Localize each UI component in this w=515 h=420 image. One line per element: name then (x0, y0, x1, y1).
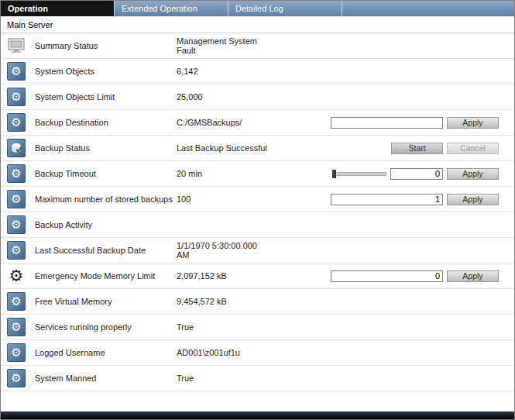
row-max-stored-backups: ⚙ Maximum number of stored backups 100 A… (1, 187, 514, 212)
row-label: System Objects Limit (35, 92, 177, 102)
row-label: Free Virtual Memory (35, 297, 177, 306)
row-label: Emergency Mode Memory Limit (35, 271, 177, 281)
row-value: 1/1/1970 5:30:00.000 AM (177, 241, 320, 260)
gear-icon: ⚙ (7, 369, 26, 387)
tab-detailed-log[interactable]: Detailed Log (228, 1, 342, 16)
max-stored-backups-input[interactable] (331, 194, 443, 205)
apply-max-stored-backups-button[interactable]: Apply (447, 194, 499, 205)
row-label: Backup Timeout (35, 169, 177, 178)
dark-gear-icon: ⚙ (7, 267, 26, 285)
gear-icon: ⚙ (7, 62, 26, 81)
gear-icon: ⚙ (7, 292, 26, 311)
tab-operation[interactable]: Operation (1, 1, 115, 16)
page-title: Main Server (1, 16, 514, 33)
row-last-successful-backup-date: ⚙ Last Successful Backup Date 1/1/1970 5… (1, 238, 514, 263)
row-label: Summary Status (35, 41, 177, 50)
row-value: 6,142 (177, 67, 320, 76)
apply-emergency-memory-limit-button[interactable]: Apply (447, 270, 499, 282)
tab-detailed-log-label: Detailed Log (235, 4, 283, 13)
row-label: System Manned (35, 374, 177, 383)
row-label: Backup Activity (35, 220, 177, 229)
row-value: 25,000 (177, 92, 320, 102)
row-value: Last Backup Successful (177, 143, 320, 153)
row-label: Logged Username (35, 348, 177, 357)
workstation-icon (7, 36, 26, 55)
apply-backup-destination-button[interactable]: Apply (447, 117, 499, 129)
row-emergency-mode-memory-limit: ⚙ Emergency Mode Memory Limit 2,097,152 … (1, 263, 514, 289)
row-value: True (177, 322, 320, 332)
row-label: Last Successful Backup Date (35, 246, 177, 255)
row-value: C:/GMSBackups/ (177, 118, 320, 127)
row-backup-status: Backup Status Last Backup Successful Sta… (1, 136, 514, 161)
row-summary-status: Summary Status Management System Fault (1, 33, 514, 59)
emergency-memory-limit-input[interactable] (331, 270, 443, 282)
row-backup-timeout: ⚙ Backup Timeout 20 min Apply (1, 161, 514, 187)
backup-timeout-input[interactable] (390, 168, 443, 180)
backup-destination-input[interactable] (331, 117, 443, 129)
gear-icon: ⚙ (7, 343, 26, 362)
row-free-virtual-memory: ⚙ Free Virtual Memory 9,454,572 kB (1, 289, 514, 315)
tab-operation-label: Operation (8, 4, 48, 13)
tab-extended-operation-label: Extended Operation (122, 4, 197, 13)
start-backup-button[interactable]: Start (391, 143, 443, 154)
tab-bar-filler (342, 1, 514, 16)
property-list: Summary Status Management System Fault ⚙… (1, 33, 514, 411)
row-backup-activity: ⚙ Backup Activity (1, 212, 514, 238)
gear-icon: ⚙ (7, 190, 26, 208)
row-system-objects-limit: ⚙ System Objects Limit 25,000 (1, 84, 514, 110)
row-label: Services running properly (35, 322, 177, 332)
gear-icon: ⚙ (7, 88, 26, 106)
row-value: 2,097,152 kB (177, 271, 320, 281)
tab-extended-operation[interactable]: Extended Operation (115, 1, 228, 16)
row-label: Backup Status (35, 143, 177, 153)
row-logged-username: ⚙ Logged Username AD001\z001uf1u (1, 340, 514, 366)
gear-icon: ⚙ (7, 113, 26, 132)
database-check-icon (7, 139, 26, 157)
row-system-objects: ⚙ System Objects 6,142 (1, 59, 514, 84)
gear-icon: ⚙ (7, 241, 26, 260)
row-label: Maximum number of stored backups (35, 195, 177, 204)
main-window: Operation Extended Operation Detailed Lo… (0, 0, 515, 420)
row-label: Backup Destination (35, 118, 177, 127)
row-value: 9,454,572 kB (177, 297, 320, 306)
gear-icon: ⚙ (7, 318, 26, 336)
row-backup-destination: ⚙ Backup Destination C:/GMSBackups/ Appl… (1, 110, 514, 136)
row-value: 20 min (177, 169, 320, 178)
backup-timeout-slider[interactable] (332, 170, 386, 178)
row-label: System Objects (35, 67, 177, 76)
slider-track (332, 172, 386, 176)
bottom-status-bar (1, 411, 514, 419)
row-value: AD001\z001uf1u (177, 348, 320, 357)
row-value: True (177, 374, 320, 383)
cancel-backup-button[interactable]: Cancel (447, 143, 499, 154)
row-services-running-properly: ⚙ Services running properly True (1, 315, 514, 340)
row-value: 100 (177, 195, 320, 204)
slider-handle[interactable] (332, 170, 336, 178)
apply-backup-timeout-button[interactable]: Apply (447, 168, 499, 180)
row-value: Management System Fault (177, 36, 320, 55)
gear-icon: ⚙ (7, 164, 26, 183)
tab-bar: Operation Extended Operation Detailed Lo… (1, 1, 514, 16)
gear-icon: ⚙ (7, 215, 26, 234)
row-system-manned: ⚙ System Manned True (1, 366, 514, 391)
